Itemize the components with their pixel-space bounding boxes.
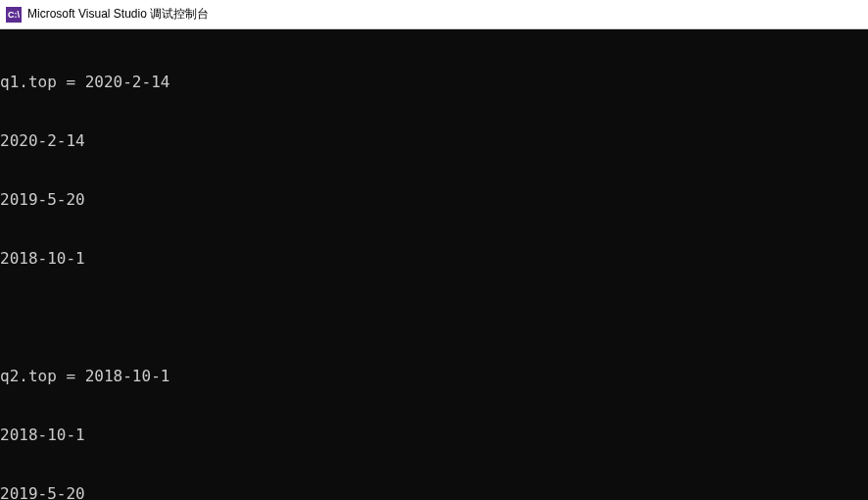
console-line [0,308,868,327]
console-line: 2019-5-20 [0,484,868,500]
console-line: 2020-2-14 [0,131,868,151]
console-output[interactable]: q1.top = 2020-2-14 2020-2-14 2019-5-20 2… [0,29,868,500]
window-title: Microsoft Visual Studio 调试控制台 [27,6,209,23]
console-line: q1.top = 2020-2-14 [0,73,868,92]
console-line: 2018-10-1 [0,425,868,445]
console-line: 2018-10-1 [0,249,868,269]
console-line: 2019-5-20 [0,190,868,210]
title-bar[interactable]: C:\ Microsoft Visual Studio 调试控制台 [0,0,868,29]
app-icon: C:\ [6,7,22,23]
console-line: q2.top = 2018-10-1 [0,367,868,386]
